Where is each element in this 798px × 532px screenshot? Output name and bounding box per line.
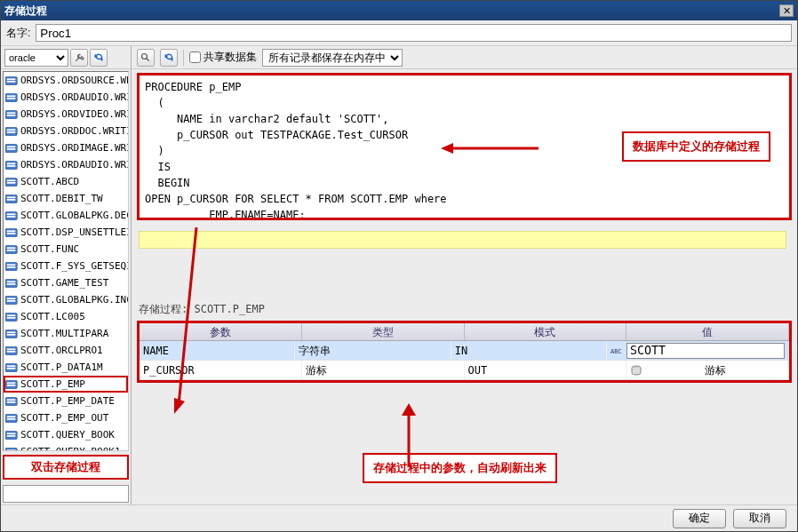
svg-rect-65	[7, 435, 16, 437]
svg-rect-11	[7, 131, 16, 133]
text-type-icon: ABC	[610, 345, 623, 357]
proc-item[interactable]: ORDSYS.ORDAUDIO.WRI	[4, 89, 128, 106]
table-row[interactable]: NAME字符串INABC	[140, 341, 789, 361]
svg-rect-20	[7, 182, 16, 184]
search-input[interactable]	[3, 485, 129, 503]
proc-item[interactable]: SCOTT.QUERY_BOOK	[4, 426, 128, 443]
svg-rect-49	[7, 348, 16, 350]
right-toolbar: 共享数据集 所有记录都保存在内存中	[132, 46, 797, 69]
proc-item-label: ORDSYS.ORDAUDIO.WRI	[20, 159, 128, 171]
proc-item[interactable]: SCOTT.P_EMP_OUT	[4, 409, 128, 426]
db-type-icon	[630, 364, 642, 377]
svg-rect-4	[7, 95, 16, 97]
proc-item-label: SCOTT.GAME_TEST	[20, 277, 108, 289]
proc-item[interactable]: SCOTT.ABCD	[4, 173, 128, 190]
proc-icon	[5, 75, 18, 86]
cancel-button[interactable]: 取消	[733, 509, 786, 528]
svg-rect-25	[7, 213, 16, 215]
cell-value: ABC	[607, 341, 789, 360]
proc-item[interactable]: SCOTT.P_DATA1M	[4, 359, 128, 376]
svg-rect-67	[7, 449, 16, 451]
proc-item[interactable]: SCOTT.MULTIPARA	[4, 325, 128, 342]
window-title: 存储过程	[4, 4, 779, 19]
svg-rect-10	[7, 129, 16, 131]
svg-rect-23	[7, 199, 16, 201]
svg-rect-8	[7, 115, 16, 116]
refresh-icon[interactable]	[90, 49, 108, 67]
proc-item-label: ORDSYS.ORDSOURCE.WRI	[20, 75, 128, 86]
value-input[interactable]	[626, 343, 785, 359]
proc-item[interactable]: SCOTT.P_EMP_DATE	[4, 393, 128, 409]
tools-icon[interactable]	[70, 49, 88, 67]
svg-rect-59	[7, 401, 16, 403]
svg-rect-16	[7, 163, 16, 164]
cell-mode: IN	[451, 341, 607, 360]
proc-icon	[5, 261, 18, 272]
svg-rect-1	[7, 78, 16, 80]
svg-rect-31	[7, 247, 16, 249]
proc-icon	[5, 379, 18, 390]
search-icon[interactable]	[137, 49, 155, 67]
proc-item-label: SCOTT.DEBIT_TW	[20, 193, 103, 204]
proc-icon	[5, 244, 18, 255]
proc-icon	[5, 447, 18, 452]
proc-item[interactable]: SCOTT.GLOBALPKG.DEC	[4, 207, 128, 224]
svg-line-76	[147, 58, 149, 60]
proc-item[interactable]: SCOTT.F_SYS_GETSEQI	[4, 258, 128, 274]
name-input[interactable]	[36, 24, 792, 42]
svg-rect-50	[7, 351, 16, 353]
share-checkbox-wrap[interactable]: 共享数据集	[189, 50, 257, 65]
proc-item[interactable]: ORDSYS.ORDAUDIO.WRI	[4, 156, 128, 173]
proc-item[interactable]: SCOTT.GLOBALPKG.INC	[4, 291, 128, 308]
svg-rect-53	[7, 368, 16, 369]
dialog-window: 存储过程 ✕ 名字: oracle ORDSYS.ORDSOURCE.WRIOR…	[0, 0, 798, 532]
proc-item[interactable]: ORDSYS.ORDDOC.WRITI	[4, 123, 128, 139]
proc-item[interactable]: SCOTT.P_EMP	[4, 376, 128, 393]
refresh-right-icon[interactable]	[160, 49, 178, 67]
proc-item-label: SCOTT.P_EMP_OUT	[20, 412, 108, 424]
titlebar: 存储过程 ✕	[1, 1, 797, 20]
svg-rect-19	[7, 179, 16, 181]
proc-item-label: ORDSYS.ORDIMAGE.WRI	[20, 142, 128, 154]
svg-rect-46	[7, 331, 16, 333]
proc-item[interactable]: SCOTT.FUNC	[4, 241, 128, 258]
proc-label: 存储过程: SCOTT.P_EMP	[132, 298, 797, 321]
svg-rect-47	[7, 334, 16, 336]
proc-icon	[5, 312, 18, 322]
ok-button[interactable]: 确定	[673, 509, 726, 528]
proc-item-label: SCOTT.ABCD	[20, 176, 79, 187]
left-toolbar: oracle	[1, 46, 131, 69]
close-icon[interactable]: ✕	[779, 4, 794, 17]
annotation-top-right: 数据库中定义的存储过程	[622, 131, 770, 162]
grid-body: NAME字符串INABCP_CURSOR游标OUT游标	[140, 341, 789, 380]
procedure-list[interactable]: ORDSYS.ORDSOURCE.WRIORDSYS.ORDAUDIO.WRIO…	[3, 71, 129, 451]
cell-mode: OUT	[465, 361, 627, 379]
proc-item-label: ORDSYS.ORDAUDIO.WRI	[20, 91, 128, 103]
proc-item[interactable]: SCOTT.DEBIT_TW	[4, 190, 128, 207]
main-area: oracle ORDSYS.ORDSOURCE.WRIORDSYS.ORDAUD…	[1, 46, 797, 504]
cell-type: 游标	[302, 361, 465, 379]
proc-item[interactable]: SCOTT.QUERY_BOOK1	[4, 443, 128, 451]
proc-item-label: ORDSYS.ORDVIDEO.WRI	[20, 108, 128, 120]
left-pane: oracle ORDSYS.ORDSOURCE.WRIORDSYS.ORDAUD…	[1, 46, 132, 504]
svg-rect-35	[7, 266, 16, 268]
memory-select[interactable]: 所有记录都保存在内存中	[262, 49, 403, 67]
table-row[interactable]: P_CURSOR游标OUT游标	[140, 361, 789, 380]
svg-rect-56	[7, 385, 16, 386]
svg-rect-7	[7, 112, 16, 114]
svg-text:ABC: ABC	[610, 348, 622, 355]
svg-point-75	[142, 53, 148, 59]
proc-item[interactable]: ORDSYS.ORDIMAGE.WRI	[4, 139, 128, 156]
svg-rect-62	[7, 418, 16, 420]
proc-icon	[5, 430, 18, 441]
proc-item[interactable]: SCOTT.ORCLPRO1	[4, 342, 128, 359]
proc-item[interactable]: SCOTT.DSP_UNSETTLEI	[4, 224, 128, 241]
share-checkbox[interactable]	[189, 52, 201, 63]
proc-item[interactable]: ORDSYS.ORDVIDEO.WRI	[4, 106, 128, 123]
db-select[interactable]: oracle	[4, 49, 68, 67]
proc-item[interactable]: ORDSYS.ORDSOURCE.WRI	[4, 72, 128, 89]
proc-item[interactable]: SCOTT.LC005	[4, 308, 128, 325]
cell-type: 字符串	[295, 341, 451, 360]
proc-item[interactable]: SCOTT.GAME_TEST	[4, 274, 128, 291]
svg-rect-28	[7, 230, 16, 232]
